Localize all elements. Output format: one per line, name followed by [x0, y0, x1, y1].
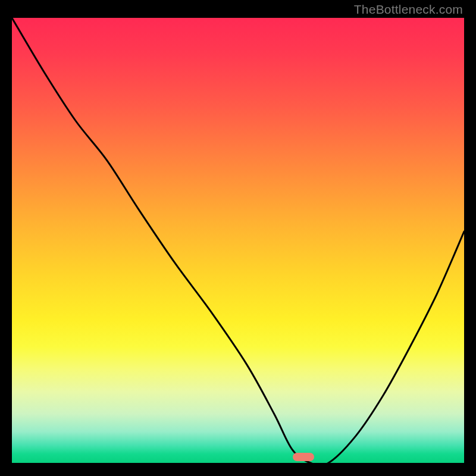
- plot-area: [12, 18, 464, 463]
- optimal-marker: [293, 453, 314, 461]
- chart-frame: TheBottleneck.com: [0, 0, 476, 476]
- bottleneck-curve: [12, 18, 464, 463]
- watermark-label: TheBottleneck.com: [354, 2, 463, 17]
